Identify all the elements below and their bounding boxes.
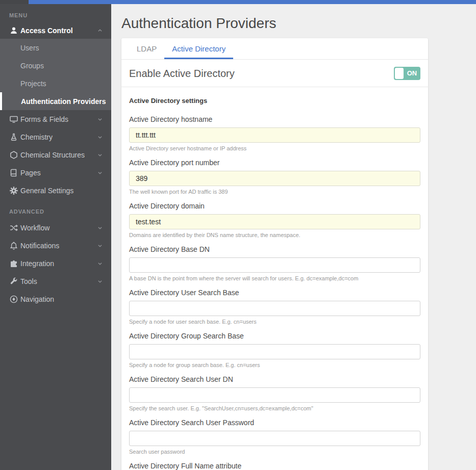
field-label: Active Directory Full Name attribute: [129, 461, 420, 470]
book-icon: [9, 168, 20, 177]
group-search-base-input[interactable]: [129, 344, 420, 359]
sidebar-item-notifications[interactable]: Notifications: [0, 237, 111, 254]
chevron-down-icon: [95, 224, 104, 232]
sidebar-item-forms-fields[interactable]: Forms & Fields: [0, 110, 111, 128]
compass-icon: [9, 295, 20, 304]
sidebar-item-label: Tools: [20, 277, 95, 285]
field-label: Active Directory Search User Password: [129, 418, 420, 427]
sidebar-item-access-control[interactable]: Access Control: [0, 22, 111, 39]
sidebar-item-label: Integration: [20, 259, 95, 268]
domain-input[interactable]: [129, 214, 420, 229]
top-corner: [0, 0, 29, 4]
field-hostname: Active Directory hostname Active Directo…: [129, 115, 420, 152]
field-help: Domains are identified by their DNS name…: [129, 232, 420, 239]
chevron-down-icon: [95, 242, 104, 250]
search-user-dn-input[interactable]: [129, 387, 420, 403]
sidebar-item-label: Authentication Providers: [21, 97, 106, 106]
toggle-on-label: ON: [404, 67, 420, 80]
sidebar-item-users[interactable]: Users: [0, 39, 111, 57]
field-full-name-attribute: Active Directory Full Name attribute: [129, 461, 420, 470]
settings-heading: Active Directory settings: [129, 97, 420, 105]
sidebar-item-label: Projects: [20, 80, 46, 88]
sidebar-item-general-settings[interactable]: General Settings: [0, 181, 111, 199]
sidebar-item-label: Notifications: [20, 242, 95, 250]
wrench-icon: [9, 277, 20, 286]
hostname-input[interactable]: [129, 127, 420, 143]
sidebar-item-label: Access Control: [20, 27, 95, 35]
user-search-base-input[interactable]: [129, 301, 420, 316]
toggle-knob: [395, 68, 404, 79]
sidebar-item-chemistry[interactable]: Chemistry: [0, 128, 111, 146]
chevron-up-icon: [95, 27, 104, 35]
settings-section: Active Directory settings Active Directo…: [121, 87, 428, 470]
access-control-submenu: Users Groups Projects Authentication Pro…: [0, 39, 111, 110]
flask-icon: [9, 133, 20, 142]
field-label: Active Directory Search User DN: [129, 375, 420, 384]
chevron-down-icon: [95, 115, 104, 123]
sidebar-item-label: Forms & Fields: [20, 115, 95, 123]
sidebar-item-projects[interactable]: Projects: [0, 74, 111, 92]
chevron-down-icon: [95, 259, 104, 268]
field-domain: Active Directory domain Domains are iden…: [129, 201, 420, 239]
field-help: A base DN is the point from where the se…: [129, 275, 420, 282]
sidebar-item-pages[interactable]: Pages: [0, 164, 111, 181]
field-label: Active Directory domain: [129, 201, 420, 211]
sidebar-item-label: Pages: [20, 169, 95, 177]
auth-providers-card: LDAP Active Directory Enable Active Dire…: [121, 38, 428, 470]
field-help: Active Directory server hostname or IP a…: [129, 145, 420, 152]
sidebar-item-workflow[interactable]: Workflow: [0, 219, 111, 237]
tab-active-directory[interactable]: Active Directory: [164, 38, 233, 59]
field-search-user-dn: Active Directory Search User DN Specify …: [129, 375, 420, 412]
search-user-password-input[interactable]: [129, 431, 420, 446]
chevron-down-icon: [95, 169, 104, 177]
field-port: Active Directory port number The well kn…: [129, 158, 420, 195]
gear-icon: [9, 186, 20, 195]
bell-icon: [9, 241, 20, 250]
sidebar-section-advanced: ADVANCED: [0, 199, 111, 219]
sidebar: MENU Access Control Users Groups Project…: [0, 4, 111, 470]
field-help: Specify a node for group search base. E.…: [129, 362, 420, 369]
field-search-user-password: Active Directory Search User Password Se…: [129, 418, 420, 455]
sidebar-item-label: Chemical Structures: [20, 151, 95, 159]
field-label: Active Directory Base DN: [129, 245, 420, 254]
field-group-search-base: Active Directory Group Search Base Speci…: [129, 331, 420, 369]
field-label: Active Directory User Search Base: [129, 288, 420, 297]
sidebar-item-label: General Settings: [20, 187, 95, 195]
sidebar-item-tools[interactable]: Tools: [0, 272, 111, 290]
sidebar-item-label: Groups: [20, 62, 44, 70]
field-label: Active Directory port number: [129, 158, 420, 167]
sidebar-item-label: Users: [20, 44, 39, 52]
tab-ldap[interactable]: LDAP: [129, 38, 164, 59]
enable-toggle[interactable]: ON: [394, 67, 420, 80]
field-label: Active Directory Group Search Base: [129, 331, 420, 341]
main-content: Authentication Providers LDAP Active Dir…: [111, 4, 476, 470]
field-help: Search user password: [129, 449, 420, 455]
user-icon: [9, 26, 20, 35]
sidebar-item-navigation[interactable]: Navigation: [0, 290, 111, 308]
field-help: Specify the search user. E.g. "SearchUse…: [129, 405, 420, 412]
sidebar-item-authentication-providers[interactable]: Authentication Providers: [0, 92, 111, 110]
hexagon-icon: [9, 150, 20, 160]
chevron-down-icon: [95, 277, 104, 285]
sidebar-item-label: Navigation: [20, 295, 95, 303]
chevron-down-icon: [95, 151, 104, 159]
monitor-icon: [9, 115, 20, 124]
field-user-search-base: Active Directory User Search Base Specif…: [129, 288, 420, 325]
sidebar-item-chemical-structures[interactable]: Chemical Structures: [0, 146, 111, 164]
base-dn-input[interactable]: [129, 257, 420, 273]
shuffle-icon: [9, 223, 20, 232]
sidebar-section-menu: MENU: [0, 4, 111, 22]
port-input[interactable]: [129, 171, 420, 186]
field-base-dn: Active Directory Base DN A base DN is th…: [129, 245, 420, 282]
top-accent-bar: [0, 0, 476, 4]
chevron-down-icon: [95, 133, 104, 141]
enable-heading: Enable Active Directory: [129, 66, 235, 81]
sidebar-item-label: Chemistry: [20, 133, 95, 141]
tab-bar: LDAP Active Directory: [121, 38, 428, 60]
sidebar-item-groups[interactable]: Groups: [0, 57, 111, 74]
field-help: The well known port for AD traffic is 38…: [129, 189, 420, 195]
field-label: Active Directory hostname: [129, 115, 420, 124]
enable-active-directory-row: Enable Active Directory ON: [121, 60, 428, 87]
sidebar-item-integration[interactable]: Integration: [0, 254, 111, 272]
puzzle-icon: [9, 259, 20, 268]
